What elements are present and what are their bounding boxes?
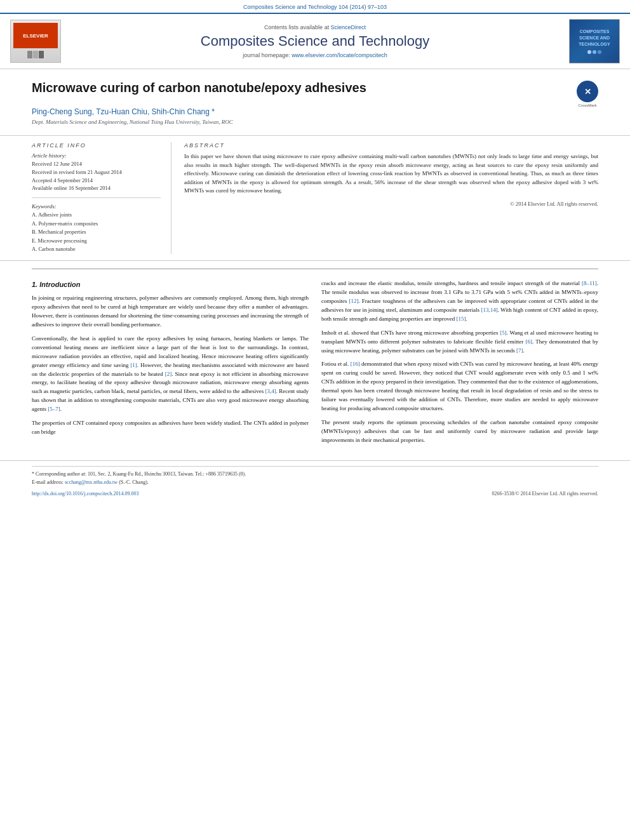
keyword-1: A. Adhesive joints (32, 211, 161, 220)
homepage-url[interactable]: www.elsevier.com/locate/compscitech (292, 52, 387, 58)
elsevier-logo: ELSEVIER (10, 20, 61, 63)
journal-citation-text: Composites Science and Technology 104 (2… (243, 4, 387, 10)
journal-logo-area: COMPOSITES SCIENCE AND TECHNOLOGY (569, 19, 620, 63)
crossmark-label: CrossMark (578, 103, 596, 107)
contents-available-line: Contents lists available at ScienceDirec… (67, 24, 563, 30)
keywords-label: Keywords: (32, 203, 161, 210)
journal-title-area: Contents lists available at ScienceDirec… (67, 24, 563, 58)
ref-13-14[interactable]: [13,14] (481, 307, 497, 313)
ref-16[interactable]: [16] (351, 361, 360, 367)
sciencedirect-link[interactable]: ScienceDirect (330, 24, 366, 30)
footer-links: http://dx.doi.org/10.1016/j.compscitech.… (32, 491, 598, 497)
history-label: Article history: (32, 152, 161, 159)
history-line-4: Available online 16 September 2014 (32, 184, 161, 192)
ref-8-11[interactable]: [8–11] (582, 280, 597, 286)
abstract-label: ABSTRACT (184, 142, 598, 149)
ref-6b[interactable]: [6] (525, 338, 532, 345)
intro-heading: 1. Introduction (32, 279, 309, 290)
article-header: Microwave curing of carbon nanotube/epox… (0, 69, 630, 135)
body-para-1: In joining or repairing engineering stru… (32, 294, 309, 330)
crossmark-icon[interactable]: ✕ (577, 81, 598, 102)
email-address[interactable]: scchang@mx.nthu.edu.tw (65, 479, 117, 485)
body-columns: 1. Introduction In joining or repairing … (0, 274, 630, 455)
keyword-3: B. Mechanical properties (32, 228, 161, 237)
article-info-left: ARTICLE INFO Article history: Received 1… (32, 142, 171, 254)
keyword-2: A. Polymer-matrix composites (32, 220, 161, 229)
email-suffix: (S.-C. Chang). (119, 479, 149, 485)
article-authors: Ping-Cheng Sung, Tzu-Huan Chiu, Shih-Chi… (32, 107, 598, 116)
elsevier-logo-area: ELSEVIER (10, 20, 61, 63)
ref-5b[interactable]: [5] (500, 330, 507, 336)
journal-logo-text: COMPOSITES SCIENCE AND TECHNOLOGY (573, 29, 615, 47)
crossmark-area[interactable]: ✕ CrossMark (577, 81, 598, 107)
ref-15[interactable]: [15] (456, 316, 466, 322)
article-info-section: ARTICLE INFO Article history: Received 1… (0, 135, 630, 261)
footnote-star-text: * Corresponding author at: 101, Sec. 2, … (32, 470, 598, 479)
journal-citation-bar: Composites Science and Technology 104 (2… (0, 0, 630, 13)
ref-7b[interactable]: [7] (516, 347, 523, 354)
journal-header: ELSEVIER Contents lists available at Sci… (0, 13, 630, 69)
contents-label: Contents lists available at (264, 24, 329, 30)
article-title-container: Microwave curing of carbon nanotube/epox… (32, 81, 570, 102)
body-para-r3: Fotiou et al. [16] demonstrated that whe… (321, 360, 598, 413)
article-info-label: ARTICLE INFO (32, 142, 161, 149)
body-para-r2: Imholt et al. showed that CNTs have stro… (321, 329, 598, 356)
journal-homepage: journal homepage: www.elsevier.com/locat… (67, 52, 563, 58)
history-line-2: Received in revised form 21 August 2014 (32, 168, 161, 177)
footer-section: * Corresponding author at: 101, Sec. 2, … (0, 460, 630, 499)
body-para-r4: The present study reports the optimum pr… (321, 418, 598, 445)
ref-5-7[interactable]: [5–7] (48, 406, 60, 412)
footer-issn: 0266-3538/© 2014 Elsevier Ltd. All right… (492, 491, 598, 497)
body-para-r1: cracks and increase the elastic modulus,… (321, 279, 598, 324)
keyword-4: E. Microwave processing (32, 237, 161, 246)
ref-12[interactable]: [12] (349, 298, 359, 304)
history-line-3: Accepted 4 September 2014 (32, 177, 161, 185)
journal-logo-box: COMPOSITES SCIENCE AND TECHNOLOGY (569, 19, 620, 63)
article-title-row: Microwave curing of carbon nanotube/epox… (32, 81, 598, 107)
doi-link[interactable]: http://dx.doi.org/10.1016/j.compscitech.… (32, 491, 139, 497)
body-col-right: cracks and increase the elastic modulus,… (321, 279, 598, 450)
ref-2[interactable]: [2] (165, 371, 172, 377)
body-col-left: 1. Introduction In joining or repairing … (32, 279, 309, 450)
journal-title: Composites Science and Technology (67, 33, 563, 50)
article-affiliation: Dept. Materials Science and Engineering,… (32, 119, 598, 125)
copyright-line: © 2014 Elsevier Ltd. All rights reserved… (184, 201, 598, 207)
footnote-email: E-mail address: scchang@mx.nthu.edu.tw (… (32, 479, 598, 487)
email-label: E-mail address: (32, 479, 64, 485)
body-para-2: Conventionally, the heat is applied to c… (32, 335, 309, 414)
abstract-text: In this paper we have shown that using m… (184, 152, 598, 196)
ref-1[interactable]: [1] (130, 362, 137, 368)
keyword-5: A. Carbon nanotube (32, 245, 161, 254)
body-divider (32, 269, 598, 269)
homepage-label: journal homepage: (243, 52, 290, 58)
article-title: Microwave curing of carbon nanotube/epox… (32, 81, 570, 95)
ref-3-4[interactable]: [3,4] (265, 388, 276, 394)
article-abstract-area: ABSTRACT In this paper we have shown tha… (184, 142, 598, 254)
history-line-1: Received 12 June 2014 (32, 160, 161, 168)
body-para-3: The properties of CNT contained epoxy co… (32, 419, 309, 437)
